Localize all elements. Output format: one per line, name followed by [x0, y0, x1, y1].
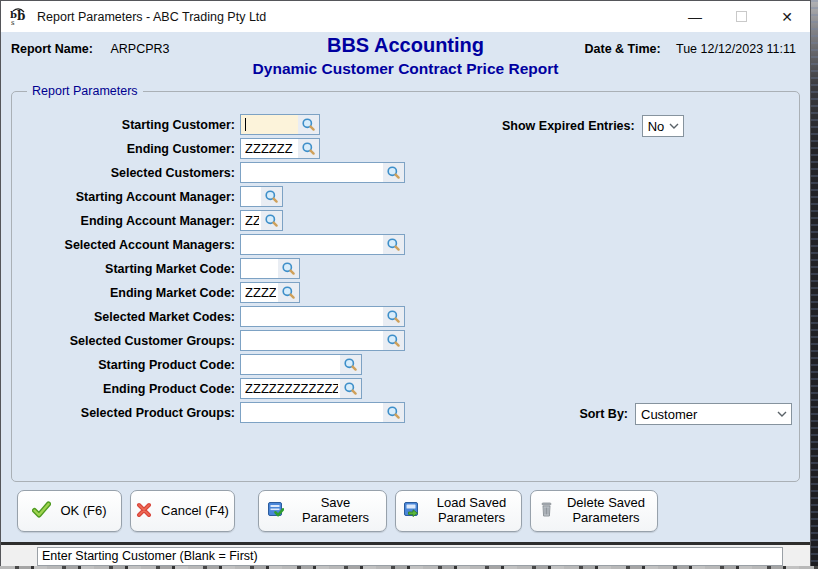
- search-icon[interactable]: [383, 235, 404, 254]
- parameter-row: Starting Market Code:: [12, 258, 799, 279]
- parameter-row: Ending Customer:: [12, 138, 799, 159]
- selected-market-codes-label: Selected Market Codes:: [12, 310, 235, 324]
- datetime-value: Tue 12/12/2023 11:11: [676, 42, 796, 56]
- search-icon[interactable]: [340, 355, 361, 374]
- selected-customer-groups-field: [240, 330, 405, 351]
- ending-product-code-input[interactable]: [241, 379, 340, 398]
- status-message: Enter Starting Customer (Blank = First): [37, 547, 783, 566]
- close-icon: ✕: [781, 9, 793, 25]
- parameter-row: Selected Customer Groups:: [12, 330, 799, 351]
- selected-customers-field: [240, 162, 405, 183]
- sort-by-label: Sort By:: [579, 407, 628, 421]
- search-icon[interactable]: [340, 379, 361, 398]
- parameter-row: Starting Product Code:: [12, 354, 799, 375]
- datetime: Date & Time: Tue 12/12/2023 11:11: [585, 42, 796, 56]
- ending-account-manager-label: Ending Account Manager:: [12, 214, 235, 228]
- sort-by-value: Customer: [641, 407, 773, 422]
- ok-button-label: OK (F6): [60, 504, 106, 519]
- show-expired-value: No: [648, 119, 665, 134]
- starting-product-code-input[interactable]: [241, 355, 340, 374]
- cancel-button-label: Cancel (F4): [161, 504, 229, 519]
- search-icon[interactable]: [298, 115, 319, 134]
- sort-by-row: Sort By: Customer: [532, 403, 792, 425]
- starting-product-code-field: [240, 354, 362, 375]
- ending-customer-input[interactable]: [241, 139, 298, 158]
- selected-account-managers-label: Selected Account Managers:: [12, 238, 235, 252]
- save-icon: [267, 501, 284, 521]
- ending-account-manager-input[interactable]: [241, 211, 261, 230]
- save-parameters-label: Save Parameters: [293, 496, 379, 526]
- search-icon[interactable]: [261, 187, 282, 206]
- datetime-label: Date & Time:: [585, 42, 661, 56]
- search-icon[interactable]: [278, 283, 299, 302]
- window-controls: — ✕: [672, 1, 810, 32]
- status-bar: Enter Starting Customer (Blank = First): [1, 545, 810, 568]
- title-bar: b b s Report Parameters - ABC Trading Pt…: [1, 1, 810, 32]
- starting-market-code-input[interactable]: [241, 259, 278, 278]
- load-saved-parameters-button[interactable]: Load Saved Parameters: [395, 490, 522, 532]
- search-icon[interactable]: [383, 403, 404, 422]
- selected-product-groups-field: [240, 402, 405, 423]
- maximize-icon: [736, 11, 747, 22]
- search-icon[interactable]: [383, 331, 404, 350]
- delete-icon: [539, 501, 554, 521]
- ending-market-code-field: [240, 282, 300, 303]
- selected-customer-groups-input[interactable]: [241, 331, 383, 350]
- parameter-row: Starting Account Manager:: [12, 186, 799, 207]
- close-button[interactable]: ✕: [764, 1, 810, 32]
- desktop-edge: [811, 0, 818, 569]
- report-parameters-window: b b s Report Parameters - ABC Trading Pt…: [0, 0, 811, 566]
- svg-text:b: b: [17, 9, 25, 23]
- ending-customer-field: [240, 138, 320, 159]
- selected-market-codes-input[interactable]: [241, 307, 383, 326]
- cancel-button[interactable]: Cancel (F4): [130, 490, 235, 532]
- delete-saved-parameters-label: Delete Saved Parameters: [563, 496, 649, 526]
- load-icon: [403, 501, 420, 521]
- parameter-row: Ending Account Manager:: [12, 210, 799, 231]
- search-icon[interactable]: [383, 307, 404, 326]
- parameter-rows: Starting Customer: Ending Customer: Sele…: [12, 114, 799, 426]
- ending-account-manager-field: [240, 210, 283, 231]
- search-icon[interactable]: [383, 163, 404, 182]
- minimize-icon: —: [688, 9, 702, 25]
- app-logo-icon: b b s: [10, 8, 28, 26]
- chevron-down-icon: [773, 411, 791, 417]
- starting-account-manager-field: [240, 186, 283, 207]
- search-icon[interactable]: [261, 211, 282, 230]
- ending-product-code-label: Ending Product Code:: [12, 382, 235, 396]
- starting-account-manager-input[interactable]: [241, 187, 261, 206]
- report-parameters-group: Report Parameters Starting Customer: End…: [11, 91, 800, 482]
- selected-customers-input[interactable]: [241, 163, 383, 182]
- minimize-button[interactable]: —: [672, 1, 718, 32]
- text-cursor: [245, 118, 246, 131]
- selected-product-groups-label: Selected Product Groups:: [12, 406, 235, 420]
- sort-by-select[interactable]: Customer: [635, 403, 792, 425]
- starting-account-manager-label: Starting Account Manager:: [12, 190, 235, 204]
- ending-product-code-field: [240, 378, 362, 399]
- ending-customer-label: Ending Customer:: [12, 142, 235, 156]
- show-expired-row: Show Expired Entries: No: [502, 115, 684, 137]
- ending-market-code-input[interactable]: [241, 283, 278, 302]
- delete-saved-parameters-button[interactable]: Delete Saved Parameters: [530, 490, 658, 532]
- selected-account-managers-input[interactable]: [241, 235, 383, 254]
- cancel-x-icon: [136, 502, 152, 521]
- ok-button[interactable]: OK (F6): [17, 490, 122, 532]
- show-expired-label: Show Expired Entries:: [502, 119, 635, 133]
- window-title: Report Parameters - ABC Trading Pty Ltd: [37, 10, 266, 24]
- selected-customer-groups-label: Selected Customer Groups:: [12, 334, 235, 348]
- selected-product-groups-input[interactable]: [241, 403, 383, 422]
- parameter-row: Selected Market Codes:: [12, 306, 799, 327]
- starting-market-code-field: [240, 258, 300, 279]
- ending-market-code-label: Ending Market Code:: [12, 286, 235, 300]
- report-header: Report Name: ARPCPR3 BBS Accounting Dyna…: [1, 32, 810, 89]
- show-expired-select[interactable]: No: [642, 115, 684, 137]
- maximize-button[interactable]: [718, 1, 764, 32]
- starting-market-code-label: Starting Market Code:: [12, 262, 235, 276]
- search-icon[interactable]: [278, 259, 299, 278]
- selected-market-codes-field: [240, 306, 405, 327]
- parameter-row: Selected Account Managers:: [12, 234, 799, 255]
- starting-customer-input[interactable]: [241, 115, 298, 134]
- save-parameters-button[interactable]: Save Parameters: [258, 490, 387, 532]
- search-icon[interactable]: [298, 139, 319, 158]
- page-title: Dynamic Customer Contract Price Report: [1, 60, 810, 78]
